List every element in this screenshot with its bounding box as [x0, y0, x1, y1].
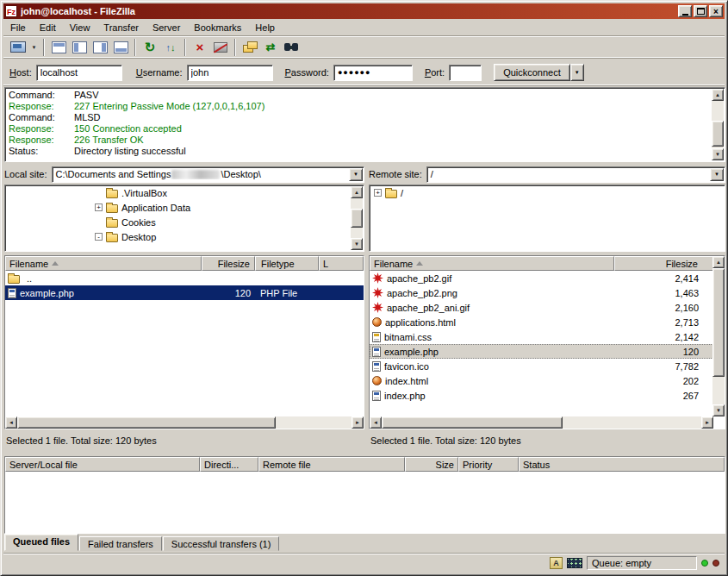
local-site-dropdown-button[interactable]: ▼	[349, 168, 363, 181]
synchronized-browsing-button[interactable]: ⇄	[260, 37, 281, 57]
title-bar[interactable]: Fz john@localhost - FileZilla ×	[3, 3, 725, 19]
file-row[interactable]: apache_pb2.png 1,463	[370, 285, 713, 300]
local-list-body[interactable]: .. example.php 120 PHP File	[5, 271, 364, 416]
remote-directory-tree[interactable]: +/	[369, 185, 725, 252]
maximize-button[interactable]	[694, 5, 707, 17]
scroll-up-button[interactable]: ▲	[351, 186, 363, 198]
remote-list-hscrollbar[interactable]: ◄ ►	[370, 416, 713, 429]
close-button[interactable]: ×	[709, 5, 723, 17]
column-header-filetype[interactable]: Filetype	[255, 256, 319, 271]
local-list-hscrollbar[interactable]: ◄ ►	[5, 416, 364, 429]
scroll-right-button[interactable]: ►	[701, 416, 713, 429]
column-header-filename[interactable]: Filename	[370, 256, 614, 271]
transfer-queue[interactable]: Server/Local file Directi... Remote file…	[4, 456, 725, 534]
username-input[interactable]	[187, 65, 273, 81]
queue-view-icon	[114, 41, 128, 53]
tree-expander[interactable]: +	[95, 203, 103, 211]
scroll-up-button[interactable]: ▲	[712, 89, 724, 101]
remote-list-scrollbar[interactable]: ▲ ▼	[712, 256, 725, 416]
tree-item[interactable]: Cookies	[5, 215, 364, 229]
scrollbar-thumb[interactable]	[351, 209, 363, 228]
quickconnect-dropdown-button[interactable]: ▼	[570, 64, 584, 81]
column-header-remote-file[interactable]: Remote file	[258, 457, 405, 472]
file-row-selected[interactable]: example.php 120 PHP File	[5, 285, 364, 300]
local-file-list[interactable]: Filename Filesize Filetype L .. example.…	[4, 255, 364, 429]
file-row[interactable]: index.php 267	[370, 388, 713, 403]
cancel-operation-button[interactable]: ×	[190, 37, 210, 57]
tab-failed-transfers[interactable]: Failed transfers	[79, 536, 162, 551]
tab-queued-files[interactable]: Queued files	[4, 534, 78, 551]
file-row[interactable]: ..	[5, 271, 364, 285]
column-header-filesize[interactable]: Filesize	[614, 256, 713, 271]
menu-bookmarks[interactable]: Bookmarks	[187, 21, 248, 34]
find-files-button[interactable]	[281, 37, 302, 57]
disconnect-button[interactable]	[210, 37, 231, 57]
process-queue-button[interactable]: ↑↓	[160, 37, 181, 57]
scrollbar-thumb[interactable]	[712, 268, 725, 377]
transfer-queue-list[interactable]	[5, 472, 725, 533]
column-header-filesize[interactable]: Filesize	[202, 256, 255, 271]
site-manager-dropdown-button[interactable]: ▼	[28, 37, 40, 57]
scrollbar-thumb[interactable]	[712, 121, 724, 147]
toggle-remote-tree-button[interactable]	[90, 37, 110, 57]
refresh-button[interactable]: ↻	[140, 37, 160, 57]
password-input[interactable]	[333, 65, 413, 81]
toggle-queue-button[interactable]	[110, 37, 131, 57]
port-input[interactable]	[449, 65, 482, 81]
menu-file[interactable]: File	[3, 21, 33, 34]
column-header-filename[interactable]: Filename	[5, 256, 202, 271]
file-row-selected[interactable]: example.php 120	[370, 344, 713, 359]
scroll-down-button[interactable]: ▼	[712, 404, 725, 416]
tree-expander[interactable]: -	[95, 233, 103, 241]
scroll-down-button[interactable]: ▼	[351, 238, 363, 250]
column-header-direction[interactable]: Directi...	[200, 457, 258, 472]
local-site-combo[interactable]: C:\Documents and Settings\Desktop\ ▼	[52, 166, 364, 183]
tab-successful-transfers[interactable]: Successful transfers (1)	[163, 536, 280, 551]
scrollbar-thumb[interactable]	[382, 416, 563, 429]
menu-transfer[interactable]: Transfer	[96, 21, 146, 34]
column-header-server-local-file[interactable]: Server/Local file	[5, 457, 200, 472]
remote-list-body[interactable]: apache_pb2.gif 2,414 apache_pb2.png 1,46…	[370, 271, 713, 416]
file-row[interactable]: applications.html 2,713	[370, 315, 713, 329]
remote-site-dropdown-button[interactable]: ▼	[710, 168, 724, 181]
tree-item[interactable]: +/	[370, 185, 725, 200]
tree-item[interactable]: +Application Data	[5, 200, 364, 215]
minimize-button[interactable]	[678, 5, 692, 17]
remote-file-list[interactable]: Filename Filesize apache_pb2.gif 2,414 a…	[369, 255, 725, 429]
directory-comparison-button[interactable]	[240, 37, 260, 57]
column-header-priority[interactable]: Priority	[458, 457, 519, 472]
local-tree-scrollbar[interactable]: ▲ ▼	[351, 186, 363, 250]
file-row[interactable]: index.html 202	[370, 373, 713, 388]
menu-server[interactable]: Server	[146, 21, 187, 34]
file-row[interactable]: favicon.ico 7,782	[370, 359, 713, 373]
toggle-local-tree-button[interactable]	[69, 37, 90, 57]
toggle-message-log-button[interactable]	[48, 37, 69, 57]
message-log[interactable]: Command:PASV Response:227 Entering Passi…	[4, 87, 725, 162]
file-row[interactable]: apache_pb2.gif 2,414	[370, 271, 713, 285]
site-manager-button[interactable]	[8, 37, 28, 57]
encryption-status-icon[interactable]	[567, 558, 582, 568]
column-header-last-modified[interactable]: L	[319, 256, 364, 271]
menu-view[interactable]: View	[63, 21, 97, 34]
ascii-transfer-type-icon[interactable]: A	[550, 557, 563, 569]
menu-edit[interactable]: Edit	[33, 21, 63, 34]
host-input[interactable]	[36, 65, 122, 81]
column-header-size[interactable]: Size	[405, 457, 458, 472]
log-scrollbar[interactable]: ▲ ▼	[712, 89, 724, 160]
scroll-left-button[interactable]: ◄	[370, 416, 382, 429]
file-row[interactable]: bitnami.css 2,142	[370, 329, 713, 344]
scroll-right-button[interactable]: ►	[352, 416, 364, 429]
quickconnect-button[interactable]: Quickconnect	[494, 64, 570, 81]
tree-item[interactable]: .VirtualBox	[5, 185, 364, 200]
scrollbar-thumb[interactable]	[17, 416, 276, 429]
remote-site-combo[interactable]: / ▼	[426, 166, 725, 183]
file-row[interactable]: apache_pb2_ani.gif 2,160	[370, 300, 713, 315]
column-header-status[interactable]: Status	[519, 457, 725, 472]
scroll-up-button[interactable]: ▲	[712, 256, 725, 268]
scroll-down-button[interactable]: ▼	[712, 148, 724, 160]
menu-help[interactable]: Help	[248, 21, 282, 34]
scroll-left-button[interactable]: ◄	[5, 416, 17, 429]
local-directory-tree[interactable]: .VirtualBox +Application Data Cookies -D…	[4, 185, 364, 252]
tree-expander[interactable]: +	[374, 189, 382, 197]
tree-item[interactable]: -Desktop	[5, 229, 364, 244]
